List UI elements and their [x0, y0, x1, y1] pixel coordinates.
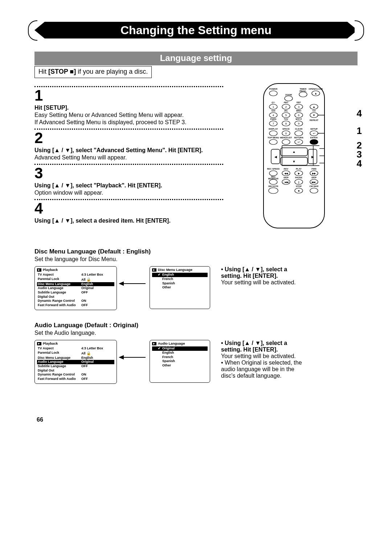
svg-text:REPEAT: REPEAT	[310, 119, 318, 121]
svg-text:PQRS: PQRS	[270, 118, 276, 120]
step-3-text: Option window will appear.	[34, 190, 260, 196]
step-3-heading: Using [▲ / ▼], select "Playback". Hit [E…	[34, 182, 260, 189]
svg-text:2: 2	[285, 105, 287, 109]
divider	[34, 86, 223, 87]
svg-text:CM SKIP: CM SKIP	[309, 185, 318, 187]
svg-point-79	[269, 188, 278, 194]
svg-text:PLAY: PLAY	[296, 168, 301, 170]
step-number-1: 1	[34, 88, 260, 103]
svg-text:DEF: DEF	[297, 101, 301, 103]
svg-marker-113	[119, 281, 124, 286]
svg-text:◀◀: ◀◀	[284, 172, 288, 175]
svg-text:REC SPEED: REC SPEED	[267, 168, 280, 170]
svg-text:TOP MENU: TOP MENU	[268, 137, 279, 139]
svg-point-6	[269, 91, 277, 96]
svg-text:MENU/LIST: MENU/LIST	[280, 137, 292, 139]
svg-text:SETUP: SETUP	[310, 128, 318, 130]
svg-text:TUV: TUV	[284, 118, 288, 120]
svg-text:0: 0	[285, 132, 287, 135]
svg-text:||: ||	[298, 181, 299, 184]
svg-text:6: 6	[298, 114, 300, 117]
svg-text:▼: ▼	[313, 114, 315, 117]
svg-text:OPEN/CLOSE: OPEN/CLOSE	[309, 88, 323, 90]
svg-point-28	[310, 139, 318, 145]
step-number-3: 3	[34, 166, 260, 181]
svg-text:REV: REV	[284, 168, 288, 170]
divider	[34, 199, 223, 200]
disc-menu-osd: Disc Menu Language ✔English French Spani…	[150, 266, 210, 309]
disc-menu-sub: Set the language for Disc Menu.	[34, 256, 358, 263]
svg-text:▼: ▼	[293, 160, 296, 163]
step-4-heading: Using [▲ / ▼], select a desired item. Hi…	[34, 218, 260, 224]
svg-point-25	[269, 139, 277, 145]
disc-menu-side-text: • Using [▲ / ▼], select a setting. Hit […	[210, 266, 308, 286]
audio-sub: Set the Audio language.	[34, 330, 358, 336]
svg-point-7	[299, 92, 307, 97]
svg-text:ENTER: ENTER	[310, 137, 318, 139]
svg-point-9	[285, 96, 293, 101]
svg-text:1: 1	[273, 105, 274, 109]
svg-text:@!:: @!:	[271, 101, 275, 103]
svg-text:↩: ↩	[298, 141, 300, 144]
arrow-icon	[117, 266, 150, 287]
svg-text:8: 8	[285, 122, 287, 125]
svg-marker-119	[119, 355, 124, 360]
playback-osd-1: Playback TV Aspect4:3 Letter Box Parenta…	[34, 266, 117, 310]
svg-text:9: 9	[298, 122, 300, 125]
remote-diagram: POWERTIMERPROG.OPEN/CLOSE ZOOM	[263, 83, 358, 230]
svg-text:MNO: MNO	[296, 110, 301, 112]
page-subtitle: Language setting	[34, 52, 358, 65]
svg-text:▲: ▲	[314, 92, 317, 95]
step-number-2: 2	[34, 130, 260, 146]
svg-text:▶▶: ▶▶	[312, 172, 316, 175]
step-1-text2: If Advanced Setting Menu is displayed, p…	[34, 119, 260, 126]
svg-text:3: 3	[298, 105, 300, 109]
step-2-heading: Using [▲ / ▼], select "Advanced Setting …	[34, 147, 260, 154]
svg-point-21	[269, 131, 277, 136]
divider	[34, 164, 223, 165]
banner: Changing the Setting menu	[34, 22, 358, 51]
svg-text:ABC: ABC	[284, 101, 289, 103]
audio-side-text: • Using [▲ / ▼], select a setting. Hit […	[210, 340, 308, 379]
svg-text:◀: ◀	[274, 155, 277, 159]
svg-text:5: 5	[285, 114, 287, 117]
svg-text:ZOOM: ZOOM	[285, 94, 292, 96]
svg-text:▶▶|: ▶▶|	[312, 181, 316, 184]
svg-text:RETURN: RETURN	[294, 137, 303, 139]
svg-point-71	[269, 171, 277, 176]
svg-text:POWER: POWER	[269, 88, 278, 90]
svg-point-26	[282, 139, 290, 145]
audio-osd: Audio Language ✔Original English French …	[150, 340, 210, 383]
step-2-text: Advanced Setting Menu will appear.	[34, 154, 260, 161]
svg-text:GHI: GHI	[271, 110, 275, 112]
step-1-text: Easy Setting Menu or Advanced Setting Me…	[34, 112, 260, 118]
svg-text:CH: CH	[313, 110, 316, 112]
svg-text:FWD: FWD	[311, 168, 317, 170]
svg-text:MONITOR: MONITOR	[268, 178, 279, 180]
svg-point-81	[310, 188, 318, 193]
hit-stop-instruction: Hit [STOP ■] if you are playing a disc.	[34, 66, 152, 78]
svg-text:■: ■	[298, 190, 299, 192]
page-number: 66	[37, 417, 358, 423]
remote-callouts: 4 1 2 3 4	[357, 108, 362, 169]
svg-text:▲: ▲	[313, 105, 315, 109]
arrow-icon	[117, 340, 150, 360]
svg-text:SPACE: SPACE	[282, 128, 290, 130]
svg-text:CLEAR: CLEAR	[295, 128, 303, 130]
svg-text:REC/OTR: REC/OTR	[269, 185, 279, 187]
svg-text:↩: ↩	[313, 132, 315, 135]
svg-point-23	[295, 131, 303, 136]
playback-osd-2: Playback TV Aspect4:3 Letter Box Parenta…	[34, 340, 117, 384]
svg-text:WXYZ: WXYZ	[295, 118, 302, 120]
svg-text:▲: ▲	[293, 150, 296, 154]
svg-text:|◀◀: |◀◀	[284, 181, 289, 184]
svg-text:SKIP: SKIP	[311, 176, 317, 179]
svg-text:DISPLAY: DISPLAY	[269, 128, 278, 130]
svg-text:JKL: JKL	[284, 110, 288, 112]
step-1-heading: Hit [SETUP].	[34, 105, 260, 111]
svg-text:SKIP: SKIP	[283, 176, 289, 179]
svg-text:STOP: STOP	[296, 185, 302, 187]
step-number-4: 4	[34, 201, 260, 216]
svg-text:7: 7	[273, 122, 274, 125]
svg-text:4: 4	[273, 114, 274, 117]
